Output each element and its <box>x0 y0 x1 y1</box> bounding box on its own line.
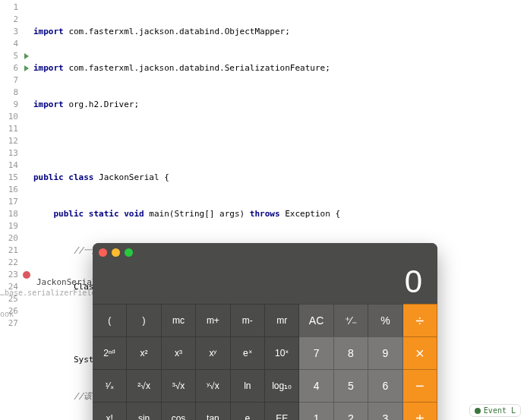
side-panel-text2: ook <box>0 310 14 318</box>
run-class-icon[interactable] <box>24 53 29 59</box>
key-x3[interactable]: x³ <box>162 336 196 369</box>
key-sqrt[interactable]: ²√x <box>127 369 161 402</box>
close-icon[interactable] <box>99 248 107 257</box>
key-xy[interactable]: xʸ <box>196 336 230 369</box>
run-main-icon[interactable] <box>24 65 29 71</box>
event-log-button[interactable]: Event L <box>469 404 521 417</box>
key-cos[interactable]: cos <box>162 402 196 420</box>
key-2nd[interactable]: 2ⁿᵈ <box>93 336 127 369</box>
side-panel-text1: …base.serializerField… <box>0 289 100 297</box>
breakpoint-icon[interactable] <box>23 271 30 279</box>
calculator-window: 0 ( ) mc m+ m- mr AC ⁺⁄₋ % ÷ 2ⁿᵈ x² x³ x… <box>93 243 437 420</box>
key-percent[interactable]: % <box>368 304 402 336</box>
key-lparen[interactable]: ( <box>93 304 127 336</box>
key-5[interactable]: 5 <box>334 369 368 402</box>
key-tan[interactable]: tan <box>196 402 230 420</box>
minimize-icon[interactable] <box>112 248 120 257</box>
key-1x[interactable]: ¹⁄ₓ <box>93 369 127 402</box>
event-log-dot-icon <box>475 408 481 414</box>
key-4[interactable]: 4 <box>299 369 333 402</box>
key-x2[interactable]: x² <box>127 336 161 369</box>
key-mr[interactable]: mr <box>265 304 299 336</box>
calc-display: 0 <box>93 261 437 304</box>
key-cbrt[interactable]: ³√x <box>162 369 196 402</box>
key-plus[interactable]: + <box>403 402 437 420</box>
key-fact[interactable]: x! <box>93 402 127 420</box>
line-number-gutter: 1234567891011121314151617181920212223242… <box>0 0 20 420</box>
zoom-icon[interactable] <box>125 248 133 257</box>
key-e[interactable]: e <box>231 402 265 420</box>
key-sign[interactable]: ⁺⁄₋ <box>334 304 368 336</box>
key-mplus[interactable]: m+ <box>196 304 230 336</box>
key-rparen[interactable]: ) <box>127 304 161 336</box>
key-3[interactable]: 3 <box>368 402 402 420</box>
key-ac[interactable]: AC <box>299 304 333 336</box>
key-10x[interactable]: 10ˣ <box>265 336 299 369</box>
key-6[interactable]: 6 <box>368 369 402 402</box>
key-8[interactable]: 8 <box>334 336 368 369</box>
key-divide[interactable]: ÷ <box>403 304 437 336</box>
key-ex[interactable]: eˣ <box>231 336 265 369</box>
calc-keypad: ( ) mc m+ m- mr AC ⁺⁄₋ % ÷ 2ⁿᵈ x² x³ xʸ … <box>93 304 437 420</box>
key-multiply[interactable]: × <box>403 336 437 369</box>
key-yroot[interactable]: ʸ√x <box>196 369 230 402</box>
window-titlebar <box>93 243 437 261</box>
key-minus[interactable]: − <box>403 369 437 402</box>
key-2[interactable]: 2 <box>334 402 368 420</box>
gutter-marks <box>20 0 33 420</box>
key-9[interactable]: 9 <box>368 336 402 369</box>
key-1[interactable]: 1 <box>299 402 333 420</box>
key-7[interactable]: 7 <box>299 336 333 369</box>
key-mc[interactable]: mc <box>162 304 196 336</box>
key-sin[interactable]: sin <box>127 402 161 420</box>
key-ee[interactable]: EE <box>265 402 299 420</box>
key-ln[interactable]: ln <box>231 369 265 402</box>
key-mminus[interactable]: m- <box>231 304 265 336</box>
key-log10[interactable]: log₁₀ <box>265 369 299 402</box>
